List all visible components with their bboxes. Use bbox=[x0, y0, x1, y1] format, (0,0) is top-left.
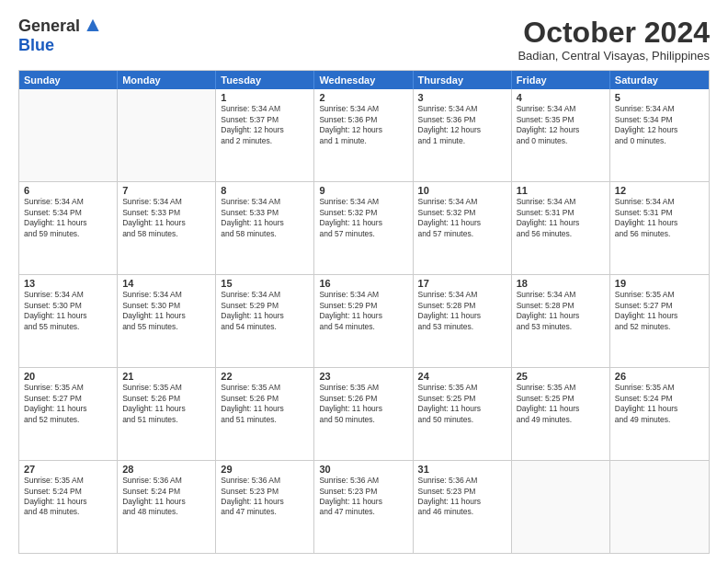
cal-cell: 24Sunrise: 5:35 AM Sunset: 5:25 PM Dayli… bbox=[414, 368, 512, 460]
day-info: Sunrise: 5:34 AM Sunset: 5:36 PM Dayligh… bbox=[319, 104, 407, 146]
logo-general-text: General bbox=[18, 17, 80, 36]
calendar-header: SundayMondayTuesdayWednesdayThursdayFrid… bbox=[19, 71, 709, 89]
day-number: 25 bbox=[517, 371, 605, 382]
cal-row-1: 1Sunrise: 5:34 AM Sunset: 5:37 PM Daylig… bbox=[19, 89, 709, 182]
cal-cell: 10Sunrise: 5:34 AM Sunset: 5:32 PM Dayli… bbox=[414, 182, 512, 274]
cal-cell: 1Sunrise: 5:34 AM Sunset: 5:37 PM Daylig… bbox=[216, 89, 314, 181]
cal-cell: 12Sunrise: 5:34 AM Sunset: 5:31 PM Dayli… bbox=[610, 182, 709, 274]
day-number: 27 bbox=[24, 464, 112, 475]
cal-header-day-saturday: Saturday bbox=[610, 71, 709, 89]
cal-cell: 7Sunrise: 5:34 AM Sunset: 5:33 PM Daylig… bbox=[118, 182, 216, 274]
day-number: 22 bbox=[221, 371, 309, 382]
day-number: 11 bbox=[517, 185, 605, 196]
cal-row-3: 13Sunrise: 5:34 AM Sunset: 5:30 PM Dayli… bbox=[19, 275, 709, 368]
day-number: 3 bbox=[418, 92, 506, 103]
day-info: Sunrise: 5:34 AM Sunset: 5:32 PM Dayligh… bbox=[418, 197, 506, 239]
day-info: Sunrise: 5:34 AM Sunset: 5:28 PM Dayligh… bbox=[418, 290, 506, 332]
day-info: Sunrise: 5:35 AM Sunset: 5:26 PM Dayligh… bbox=[221, 383, 309, 425]
day-number: 23 bbox=[319, 371, 407, 382]
day-number: 8 bbox=[221, 185, 309, 196]
cal-cell: 27Sunrise: 5:35 AM Sunset: 5:24 PM Dayli… bbox=[19, 461, 118, 553]
day-info: Sunrise: 5:34 AM Sunset: 5:28 PM Dayligh… bbox=[517, 290, 605, 332]
day-info: Sunrise: 5:35 AM Sunset: 5:24 PM Dayligh… bbox=[24, 476, 112, 518]
day-number: 10 bbox=[418, 185, 506, 196]
cal-cell: 4Sunrise: 5:34 AM Sunset: 5:35 PM Daylig… bbox=[512, 89, 610, 181]
cal-cell: 31Sunrise: 5:36 AM Sunset: 5:23 PM Dayli… bbox=[414, 461, 512, 553]
cal-cell: 14Sunrise: 5:34 AM Sunset: 5:30 PM Dayli… bbox=[118, 275, 216, 367]
location: Badian, Central Visayas, Philippines bbox=[518, 49, 710, 63]
day-info: Sunrise: 5:36 AM Sunset: 5:23 PM Dayligh… bbox=[418, 476, 506, 518]
day-info: Sunrise: 5:36 AM Sunset: 5:23 PM Dayligh… bbox=[319, 476, 407, 518]
day-number: 6 bbox=[24, 185, 112, 196]
day-info: Sunrise: 5:34 AM Sunset: 5:31 PM Dayligh… bbox=[615, 197, 704, 239]
day-info: Sunrise: 5:34 AM Sunset: 5:29 PM Dayligh… bbox=[319, 290, 407, 332]
day-info: Sunrise: 5:35 AM Sunset: 5:27 PM Dayligh… bbox=[24, 383, 112, 425]
day-number: 31 bbox=[418, 464, 506, 475]
cal-cell: 13Sunrise: 5:34 AM Sunset: 5:30 PM Dayli… bbox=[19, 275, 118, 367]
day-number: 12 bbox=[615, 185, 704, 196]
cal-cell: 17Sunrise: 5:34 AM Sunset: 5:28 PM Dayli… bbox=[414, 275, 512, 367]
cal-cell: 11Sunrise: 5:34 AM Sunset: 5:31 PM Dayli… bbox=[512, 182, 610, 274]
day-info: Sunrise: 5:35 AM Sunset: 5:24 PM Dayligh… bbox=[615, 383, 704, 425]
day-info: Sunrise: 5:35 AM Sunset: 5:26 PM Dayligh… bbox=[122, 383, 210, 425]
cal-cell bbox=[19, 89, 118, 181]
day-number: 15 bbox=[221, 278, 309, 289]
day-number: 20 bbox=[24, 371, 112, 382]
cal-cell: 16Sunrise: 5:34 AM Sunset: 5:29 PM Dayli… bbox=[314, 275, 413, 367]
cal-cell: 25Sunrise: 5:35 AM Sunset: 5:25 PM Dayli… bbox=[512, 368, 610, 460]
cal-cell: 5Sunrise: 5:34 AM Sunset: 5:34 PM Daylig… bbox=[610, 89, 709, 181]
logo-blue-text: Blue bbox=[18, 36, 54, 55]
day-info: Sunrise: 5:34 AM Sunset: 5:33 PM Dayligh… bbox=[122, 197, 210, 239]
day-number: 18 bbox=[517, 278, 605, 289]
header-right: October 2024 Badian, Central Visayas, Ph… bbox=[518, 17, 710, 63]
day-info: Sunrise: 5:34 AM Sunset: 5:33 PM Dayligh… bbox=[221, 197, 309, 239]
month-title: October 2024 bbox=[518, 17, 710, 49]
logo-icon bbox=[84, 17, 102, 36]
day-info: Sunrise: 5:34 AM Sunset: 5:29 PM Dayligh… bbox=[221, 290, 309, 332]
cal-row-2: 6Sunrise: 5:34 AM Sunset: 5:34 PM Daylig… bbox=[19, 182, 709, 275]
day-number: 24 bbox=[418, 371, 506, 382]
cal-cell: 26Sunrise: 5:35 AM Sunset: 5:24 PM Dayli… bbox=[610, 368, 709, 460]
cal-row-4: 20Sunrise: 5:35 AM Sunset: 5:27 PM Dayli… bbox=[19, 368, 709, 461]
cal-header-day-wednesday: Wednesday bbox=[314, 71, 413, 89]
calendar: SundayMondayTuesdayWednesdayThursdayFrid… bbox=[18, 70, 710, 554]
day-number: 7 bbox=[122, 185, 210, 196]
day-number: 19 bbox=[615, 278, 704, 289]
cal-cell: 3Sunrise: 5:34 AM Sunset: 5:36 PM Daylig… bbox=[414, 89, 512, 181]
day-number: 28 bbox=[122, 464, 210, 475]
day-info: Sunrise: 5:36 AM Sunset: 5:24 PM Dayligh… bbox=[122, 476, 210, 518]
day-info: Sunrise: 5:34 AM Sunset: 5:34 PM Dayligh… bbox=[24, 197, 112, 239]
cal-cell: 29Sunrise: 5:36 AM Sunset: 5:23 PM Dayli… bbox=[216, 461, 314, 553]
calendar-body: 1Sunrise: 5:34 AM Sunset: 5:37 PM Daylig… bbox=[19, 89, 709, 553]
day-number: 17 bbox=[418, 278, 506, 289]
logo: General Blue bbox=[18, 17, 102, 55]
cal-cell: 22Sunrise: 5:35 AM Sunset: 5:26 PM Dayli… bbox=[216, 368, 314, 460]
day-info: Sunrise: 5:34 AM Sunset: 5:35 PM Dayligh… bbox=[517, 104, 605, 146]
day-info: Sunrise: 5:35 AM Sunset: 5:25 PM Dayligh… bbox=[517, 383, 605, 425]
day-info: Sunrise: 5:35 AM Sunset: 5:27 PM Dayligh… bbox=[615, 290, 704, 332]
day-info: Sunrise: 5:34 AM Sunset: 5:31 PM Dayligh… bbox=[517, 197, 605, 239]
cal-cell: 20Sunrise: 5:35 AM Sunset: 5:27 PM Dayli… bbox=[19, 368, 118, 460]
day-info: Sunrise: 5:34 AM Sunset: 5:30 PM Dayligh… bbox=[24, 290, 112, 332]
cal-cell: 23Sunrise: 5:35 AM Sunset: 5:26 PM Dayli… bbox=[314, 368, 413, 460]
day-info: Sunrise: 5:34 AM Sunset: 5:37 PM Dayligh… bbox=[221, 104, 309, 146]
cal-header-day-monday: Monday bbox=[118, 71, 216, 89]
cal-cell: 30Sunrise: 5:36 AM Sunset: 5:23 PM Dayli… bbox=[314, 461, 413, 553]
day-number: 29 bbox=[221, 464, 309, 475]
cal-cell bbox=[512, 461, 610, 553]
cal-cell: 28Sunrise: 5:36 AM Sunset: 5:24 PM Dayli… bbox=[118, 461, 216, 553]
day-info: Sunrise: 5:34 AM Sunset: 5:34 PM Dayligh… bbox=[615, 104, 704, 146]
cal-cell: 15Sunrise: 5:34 AM Sunset: 5:29 PM Dayli… bbox=[216, 275, 314, 367]
svg-marker-0 bbox=[86, 18, 98, 30]
day-info: Sunrise: 5:34 AM Sunset: 5:32 PM Dayligh… bbox=[319, 197, 407, 239]
day-info: Sunrise: 5:36 AM Sunset: 5:23 PM Dayligh… bbox=[221, 476, 309, 518]
day-number: 21 bbox=[122, 371, 210, 382]
page: General Blue October 2024 Badian, Centra… bbox=[0, 0, 728, 563]
cal-cell: 8Sunrise: 5:34 AM Sunset: 5:33 PM Daylig… bbox=[216, 182, 314, 274]
cal-cell: 6Sunrise: 5:34 AM Sunset: 5:34 PM Daylig… bbox=[19, 182, 118, 274]
cal-header-day-sunday: Sunday bbox=[19, 71, 118, 89]
cal-cell: 19Sunrise: 5:35 AM Sunset: 5:27 PM Dayli… bbox=[610, 275, 709, 367]
cal-cell: 2Sunrise: 5:34 AM Sunset: 5:36 PM Daylig… bbox=[314, 89, 413, 181]
day-info: Sunrise: 5:35 AM Sunset: 5:25 PM Dayligh… bbox=[418, 383, 506, 425]
cal-cell: 18Sunrise: 5:34 AM Sunset: 5:28 PM Dayli… bbox=[512, 275, 610, 367]
